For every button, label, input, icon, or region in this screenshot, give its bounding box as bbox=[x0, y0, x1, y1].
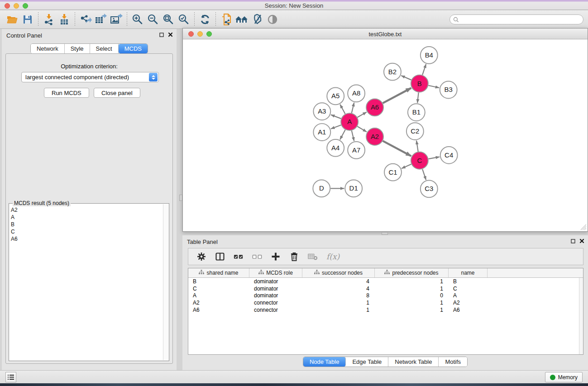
graph-node-C[interactable]: C bbox=[411, 152, 428, 169]
table-cell[interactable]: B bbox=[188, 278, 249, 285]
graph-node-C4[interactable]: C4 bbox=[440, 147, 458, 164]
graph-node-A1[interactable]: A1 bbox=[313, 124, 330, 141]
graph-edge-B-B3[interactable] bbox=[428, 86, 439, 88]
tab-network-table[interactable]: Network Table bbox=[388, 357, 439, 367]
graph-node-B2[interactable]: B2 bbox=[384, 63, 401, 81]
graph-node-B[interactable]: B bbox=[411, 75, 428, 92]
close-panel-icon[interactable] bbox=[579, 238, 584, 243]
zoom-out-icon[interactable] bbox=[145, 12, 161, 27]
table-cell[interactable]: A6 bbox=[188, 307, 249, 313]
table-cell[interactable]: 4 bbox=[302, 278, 375, 285]
graph-edge-A-A1[interactable] bbox=[331, 125, 341, 129]
split-divider-handle[interactable] bbox=[382, 232, 388, 235]
column-header-predecessor-nodes[interactable]: predecessor nodes bbox=[375, 268, 449, 277]
tab-motifs[interactable]: Motifs bbox=[439, 357, 467, 367]
graph-edge-A-A6[interactable] bbox=[358, 112, 367, 118]
mcds-result-item[interactable]: A bbox=[11, 214, 163, 221]
annotation-pen-icon[interactable] bbox=[249, 12, 265, 27]
graph-node-A2[interactable]: A2 bbox=[366, 128, 383, 145]
graph-edge-B-B2[interactable] bbox=[401, 76, 411, 80]
mcds-result-item[interactable]: C bbox=[11, 228, 163, 235]
graph-edge-A-A2[interactable] bbox=[357, 126, 367, 132]
network-window-titlebar[interactable]: testGlobe.txt bbox=[183, 29, 588, 39]
table-cell[interactable]: dominator bbox=[249, 286, 302, 292]
graph-node-A8[interactable]: A8 bbox=[348, 85, 365, 102]
table-cell[interactable]: 1 bbox=[375, 286, 449, 292]
graph-node-A6[interactable]: A6 bbox=[366, 99, 383, 116]
graph-edge-B-B4[interactable] bbox=[422, 64, 426, 75]
table-cell[interactable]: C bbox=[449, 286, 488, 292]
run-mcds-button[interactable]: Run MCDS bbox=[44, 88, 89, 98]
table-cell[interactable]: 1 bbox=[375, 278, 449, 285]
network-canvas[interactable]: B4B2BB3A5A8A6A3B1AC2A1A2A4A7C4CC1C3DD1 bbox=[183, 39, 588, 231]
zoom-in-icon[interactable] bbox=[130, 12, 145, 27]
graph-edge-A2-C[interactable] bbox=[383, 141, 411, 156]
table-row[interactable]: Adominator80A bbox=[188, 292, 583, 299]
result-scrollbar[interactable] bbox=[163, 204, 168, 360]
table-cell[interactable]: 0 bbox=[375, 292, 449, 299]
table-cell[interactable]: 1 bbox=[375, 307, 449, 313]
graph-node-D[interactable]: D bbox=[313, 180, 330, 197]
table-cell[interactable]: dominator bbox=[249, 278, 302, 285]
graph-edge-A6-B[interactable] bbox=[383, 88, 411, 103]
close-panel-icon[interactable] bbox=[168, 32, 173, 37]
tab-mcds[interactable]: MCDS bbox=[119, 44, 148, 53]
graph-node-A[interactable]: A bbox=[341, 113, 358, 130]
home-pages-icon[interactable] bbox=[234, 12, 249, 27]
graph-node-A7[interactable]: A7 bbox=[348, 142, 365, 159]
graph-edge-A-A8[interactable] bbox=[352, 103, 354, 113]
table-cell[interactable]: 1 bbox=[375, 300, 449, 306]
import-network-icon[interactable] bbox=[41, 12, 57, 27]
zoom-fit-icon[interactable] bbox=[161, 12, 176, 27]
graph-edge-A-A3[interactable] bbox=[331, 115, 341, 119]
memory-button[interactable]: Memory bbox=[545, 372, 583, 382]
save-session-icon[interactable] bbox=[20, 12, 35, 27]
graph-node-C3[interactable]: C3 bbox=[421, 181, 438, 198]
open-session-icon[interactable] bbox=[5, 12, 20, 27]
float-panel-icon[interactable] bbox=[571, 239, 575, 243]
table-cell[interactable]: A2 bbox=[449, 300, 488, 306]
graph-node-B1[interactable]: B1 bbox=[408, 104, 425, 121]
graph-node-A4[interactable]: A4 bbox=[327, 139, 344, 157]
table-cell[interactable]: 1 bbox=[302, 300, 375, 306]
resize-grip[interactable] bbox=[581, 224, 587, 230]
table-cell[interactable]: C bbox=[188, 286, 249, 292]
add-column-icon[interactable] bbox=[271, 252, 281, 262]
table-settings-icon[interactable] bbox=[196, 252, 206, 262]
graph-edge-A-A5[interactable] bbox=[340, 105, 345, 114]
duplicate-network-icon[interactable] bbox=[219, 12, 234, 27]
node-table[interactable]: shared nameMCDS rolesuccessor nodesprede… bbox=[188, 268, 583, 355]
table-cell[interactable]: 1 bbox=[302, 307, 375, 313]
table-scrollbar[interactable] bbox=[579, 278, 583, 354]
export-image-icon[interactable] bbox=[109, 12, 124, 27]
column-header-name[interactable]: name bbox=[449, 268, 488, 277]
graph-node-D1[interactable]: D1 bbox=[345, 180, 362, 197]
search-box[interactable] bbox=[449, 14, 583, 24]
network-graph[interactable]: B4B2BB3A5A8A6A3B1AC2A1A2A4A7C4CC1C3DD1 bbox=[183, 39, 588, 231]
tab-select[interactable]: Select bbox=[90, 44, 119, 53]
split-divider-handle[interactable] bbox=[179, 195, 182, 201]
table-cell[interactable]: dominator bbox=[249, 292, 302, 299]
close-panel-button[interactable]: Close panel bbox=[94, 88, 140, 98]
graph-edge-C-C3[interactable] bbox=[422, 169, 426, 180]
graph-edge-A-A4[interactable] bbox=[340, 130, 345, 140]
mcds-result-list[interactable]: A2ABCA6 bbox=[10, 206, 163, 360]
show-hide-icon[interactable] bbox=[265, 12, 280, 27]
table-row[interactable]: Cdominator41C bbox=[188, 285, 583, 292]
mcds-result-item[interactable]: A6 bbox=[11, 235, 163, 243]
graph-edge-C-C4[interactable] bbox=[428, 157, 440, 159]
graph-node-B4[interactable]: B4 bbox=[421, 47, 438, 64]
table-row[interactable]: A2connector11A2 bbox=[188, 299, 583, 306]
graph-node-A3[interactable]: A3 bbox=[313, 103, 330, 120]
table-cell[interactable]: 4 bbox=[302, 286, 375, 292]
graph-edge-A-A7[interactable] bbox=[352, 131, 354, 141]
graph-node-C1[interactable]: C1 bbox=[384, 164, 402, 181]
table-cell[interactable]: A bbox=[188, 292, 249, 299]
deselect-all-icon[interactable] bbox=[252, 252, 262, 262]
tab-node-table[interactable]: Node Table bbox=[303, 357, 346, 367]
delete-column-icon[interactable] bbox=[289, 252, 299, 262]
float-panel-icon[interactable] bbox=[159, 33, 164, 37]
table-cell[interactable]: connector bbox=[249, 307, 302, 313]
tab-network[interactable]: Network bbox=[31, 44, 65, 53]
tab-style[interactable]: Style bbox=[65, 44, 90, 53]
